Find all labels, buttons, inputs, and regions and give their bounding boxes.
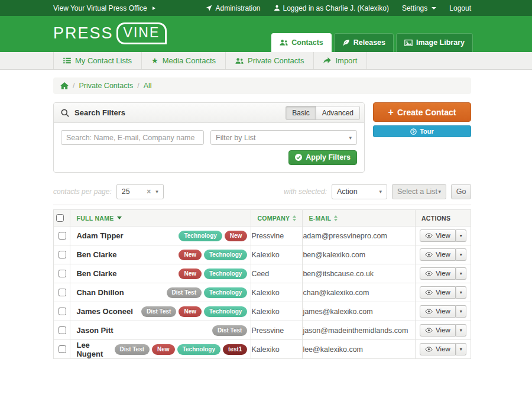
per-page-value: 25	[122, 187, 130, 196]
advanced-filters-button[interactable]: Advanced	[316, 106, 360, 120]
contact-name: Ben Clarke	[76, 269, 116, 278]
list-controls: contacts per page: 25 × ▾ with selected:…	[53, 184, 471, 199]
create-contact-label: Create Contact	[397, 108, 456, 117]
caret-down-icon	[432, 7, 436, 9]
contact-tag: Technology	[204, 287, 247, 298]
search-filters-title: Search Filters	[74, 108, 125, 117]
contact-email: adam@pressvinepro.com	[303, 232, 387, 240]
row-checkbox[interactable]	[59, 232, 66, 240]
view-button[interactable]: View	[420, 324, 456, 337]
contact-company: Kalexiko	[251, 289, 279, 297]
tab-releases[interactable]: Releases	[334, 33, 394, 52]
row-checkbox[interactable]	[59, 270, 66, 277]
filter-by-list-select[interactable]: Filter by List ▾	[210, 130, 357, 145]
contact-email: jason@madeinthemidlands.com	[303, 326, 408, 335]
settings-label: Settings	[402, 4, 427, 12]
action-select[interactable]: Action ▾	[332, 184, 387, 199]
subnav-my-contact-lists[interactable]: My Contact Lists	[53, 52, 142, 69]
view-dropdown-caret[interactable]: ▾	[456, 248, 466, 261]
breadcrumb: / Private Contacts / All	[53, 77, 471, 94]
company-header-label: COMPANY	[257, 215, 290, 222]
contacts-subnav: My Contact Lists ★ Media Contacts Privat…	[0, 52, 532, 70]
subnav-media-contacts[interactable]: ★ Media Contacts	[142, 52, 226, 69]
view-dropdown-caret[interactable]: ▾	[456, 343, 466, 355]
action-select-value: Action	[337, 187, 358, 196]
clear-icon[interactable]: ×	[147, 187, 151, 196]
logout-link[interactable]: Logout	[449, 4, 471, 12]
tour-button[interactable]: Tour	[373, 125, 471, 137]
view-button-label: View	[436, 326, 450, 334]
per-page-select[interactable]: 25 × ▾	[116, 184, 164, 199]
sort-company[interactable]: COMPANY	[251, 215, 302, 222]
subnav-private-contacts[interactable]: Private Contacts	[226, 52, 314, 69]
select-all-checkbox[interactable]	[56, 214, 64, 222]
view-button[interactable]: View	[420, 343, 456, 355]
breadcrumb-private-contacts[interactable]: Private Contacts	[79, 82, 133, 90]
row-checkbox[interactable]	[59, 345, 66, 353]
contact-tag: Dist Test	[167, 287, 202, 298]
administration-link[interactable]: Administration	[206, 4, 260, 12]
view-button[interactable]: View	[420, 305, 456, 318]
select-a-list-select[interactable]: Select a List ▾	[392, 184, 446, 199]
row-checkbox[interactable]	[59, 308, 66, 315]
sort-email[interactable]: E-MAIL	[303, 215, 415, 222]
sort-full-name[interactable]: FULL NAME	[70, 215, 251, 222]
view-button[interactable]: View	[420, 229, 456, 242]
contact-tag: New	[179, 269, 202, 279]
subnav-media-contacts-label: Media Contacts	[163, 56, 216, 65]
view-split-button: View ▾	[420, 305, 466, 318]
contact-row: Adam Tipper TechnologyNew Pressvine adam…	[54, 227, 471, 245]
view-button-label: View	[436, 308, 450, 315]
per-page-label: contacts per page:	[53, 187, 112, 196]
pressvine-logo[interactable]: PRESS VINE	[53, 22, 167, 44]
logged-in-user-link[interactable]: Logged in as Charlie J. (Kalexiko)	[274, 4, 389, 12]
brand-header: PRESS VINE Contacts Releases Image Libra…	[0, 16, 532, 52]
go-button[interactable]: Go	[451, 184, 471, 199]
logo-press-text: PRESS	[53, 24, 113, 43]
view-split-button: View ▾	[420, 229, 466, 242]
contact-tag: Technology	[179, 231, 222, 241]
create-contact-button[interactable]: + Create Contact	[373, 102, 471, 122]
search-input[interactable]	[61, 130, 204, 145]
contact-row: Chan Dhillon Dist TestTechnology Kalexik…	[54, 283, 471, 302]
tab-contacts-label: Contacts	[291, 38, 323, 47]
home-icon[interactable]	[60, 82, 69, 89]
tab-contacts[interactable]: Contacts	[271, 33, 331, 52]
breadcrumb-all[interactable]: All	[144, 82, 152, 90]
settings-menu[interactable]: Settings	[402, 4, 436, 12]
virtual-press-office-label: View Your Virtual Press Office	[53, 4, 147, 12]
view-split-button: View ▾	[420, 324, 466, 337]
actions-header-label: ACTIONS	[416, 215, 471, 222]
search-filters-panel: Search Filters Basic Advanced Filter by …	[53, 102, 365, 173]
contact-tag: Dist Test	[141, 306, 177, 317]
view-dropdown-caret[interactable]: ▾	[456, 267, 466, 280]
tab-image-library[interactable]: Image Library	[396, 33, 473, 52]
contact-row: Ben Clarke NewTechnology Kalexiko ben@ka…	[54, 245, 471, 264]
contact-name: James Oconeel	[76, 307, 132, 316]
breadcrumb-separator: /	[137, 82, 139, 90]
view-dropdown-caret[interactable]: ▾	[456, 286, 466, 299]
full-name-header-label: FULL NAME	[76, 215, 113, 222]
tag-list: Dist TestNewTechnology	[141, 306, 247, 317]
view-button[interactable]: View	[420, 267, 456, 280]
view-button[interactable]: View	[420, 286, 456, 299]
basic-filters-button[interactable]: Basic	[286, 106, 316, 120]
apply-filters-button[interactable]: Apply Filters	[288, 150, 357, 165]
row-checkbox[interactable]	[59, 251, 66, 258]
contact-tag: Dist Test	[115, 344, 150, 355]
subnav-private-contacts-label: Private Contacts	[248, 56, 304, 65]
view-button[interactable]: View	[420, 248, 456, 261]
users-icon	[235, 57, 244, 64]
view-dropdown-caret[interactable]: ▾	[456, 229, 466, 242]
view-dropdown-caret[interactable]: ▾	[456, 324, 466, 337]
row-checkbox[interactable]	[59, 326, 66, 334]
view-dropdown-caret[interactable]: ▾	[456, 305, 466, 318]
virtual-press-office-link[interactable]: View Your Virtual Press Office	[53, 4, 155, 12]
contact-email: ben@kalexiko.com	[303, 251, 365, 259]
search-filters-body: Filter by List ▾ Apply Filters	[54, 123, 364, 172]
row-checkbox[interactable]	[59, 289, 66, 296]
contact-company: Kalexiko	[251, 251, 279, 259]
location-arrow-icon	[206, 5, 212, 11]
subnav-import[interactable]: Import	[314, 52, 367, 69]
view-button-label: View	[436, 251, 450, 258]
